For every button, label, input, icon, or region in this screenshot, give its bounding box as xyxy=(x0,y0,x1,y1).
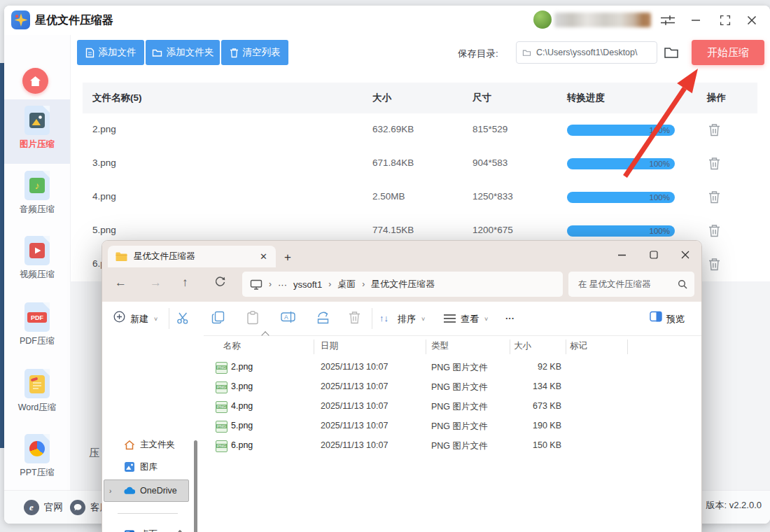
sidebar-item-video-compress[interactable]: 视频压缩 xyxy=(4,230,70,294)
breadcrumb-user[interactable]: yssoft1 xyxy=(293,279,322,290)
settings-sliders-icon[interactable] xyxy=(659,14,676,27)
explorer-maximize-button[interactable] xyxy=(644,248,664,262)
delete-row-icon[interactable] xyxy=(708,224,720,240)
view-button[interactable]: 查看 xyxy=(461,313,479,326)
official-site-link[interactable]: e 官网 xyxy=(24,499,63,516)
copy-icon[interactable] xyxy=(211,311,225,327)
word-file-icon xyxy=(24,369,50,398)
this-pc-icon xyxy=(250,279,262,290)
tab-close-icon[interactable]: ✕ xyxy=(260,251,267,262)
explorer-tab[interactable]: 星优文件压缩器 ✕ xyxy=(108,246,276,267)
new-button[interactable]: 新建 xyxy=(130,313,148,326)
breadcrumb-desktop[interactable]: 桌面 xyxy=(337,278,356,290)
audio-file-icon: ♪ xyxy=(24,171,50,200)
explorer-close-button[interactable] xyxy=(676,248,695,262)
progress-bar: 100% xyxy=(567,192,675,203)
col-size[interactable]: 大小 xyxy=(514,340,531,352)
chevron-right-icon: › xyxy=(269,279,272,289)
table-row: 2.png 632.69KB 815*529 100% xyxy=(83,113,757,148)
minimize-button[interactable] xyxy=(687,14,704,27)
folder-icon xyxy=(115,252,127,262)
svg-text:A: A xyxy=(284,314,288,321)
chevron-expand-icon[interactable]: › xyxy=(109,487,111,495)
cut-icon[interactable] xyxy=(176,311,190,328)
chevron-down-icon: ˅ xyxy=(421,316,425,323)
file-row[interactable]: 2.png 2025/11/13 10:07 PNG 图片文件 92 KB xyxy=(204,358,701,377)
add-file-button[interactable]: 添加文件 xyxy=(77,40,144,65)
close-button[interactable] xyxy=(743,14,760,27)
pin-icon xyxy=(175,529,183,532)
breadcrumb[interactable]: › ··· yssoft1 › 桌面 › 星优文件压缩器 xyxy=(242,272,563,297)
sort-button[interactable]: 排序 xyxy=(398,313,416,326)
delete-row-icon[interactable] xyxy=(708,258,720,274)
breadcrumb-folder[interactable]: 星优文件压缩器 xyxy=(371,278,435,290)
rename-icon[interactable]: A xyxy=(281,311,295,326)
delete-row-icon[interactable] xyxy=(708,157,720,173)
folder-icon xyxy=(152,48,162,57)
delete-row-icon[interactable] xyxy=(708,190,720,206)
nav-desktop[interactable]: 桌面 xyxy=(102,524,193,532)
explorer-titlebar: 星优文件压缩器 ✕ + ← → ↑ › ··· yssof xyxy=(102,241,701,302)
start-compress-button[interactable]: 开始压缩 xyxy=(692,40,764,65)
file-icon xyxy=(85,48,94,58)
table-header: 文件名称(5) 大小 尺寸 转换进度 操作 xyxy=(83,83,757,113)
new-item-icon[interactable] xyxy=(113,311,125,326)
search-icon xyxy=(678,279,687,289)
version-label: 版本: v2.2.0.0 xyxy=(706,499,762,512)
refresh-icon[interactable] xyxy=(214,276,226,290)
save-dir-label: 保存目录: xyxy=(458,48,498,60)
more-options-icon[interactable]: ··· xyxy=(505,313,514,323)
home-folder-icon xyxy=(123,439,135,451)
add-folder-button[interactable]: 添加文件夹 xyxy=(146,40,220,65)
maximize-button[interactable] xyxy=(717,14,734,27)
gallery-icon xyxy=(123,461,135,473)
back-icon[interactable]: ← xyxy=(115,276,127,290)
delete-icon[interactable] xyxy=(349,311,360,327)
col-ops: 操作 xyxy=(707,92,726,104)
forward-icon[interactable]: → xyxy=(150,276,162,290)
col-type[interactable]: 类型 xyxy=(431,340,449,352)
home-button[interactable] xyxy=(22,68,48,94)
preview-pane-icon[interactable] xyxy=(650,311,662,325)
file-row[interactable]: 4.png 2025/11/13 10:07 PNG 图片文件 673 KB xyxy=(204,397,701,416)
sidebar-item-image-compress[interactable]: 图片压缩 xyxy=(4,99,70,164)
file-row[interactable]: 6.png 2025/11/13 10:07 PNG 图片文件 150 KB xyxy=(204,436,701,456)
chevron-right-icon: › xyxy=(362,279,365,289)
table-row: 4.png 2.50MB 1250*833 100% xyxy=(83,181,757,215)
explorer-search-box[interactable]: 在 星优文件压缩器 xyxy=(568,272,694,297)
preview-button[interactable]: 预览 xyxy=(666,313,685,326)
hidden-panel-fragment: 压 xyxy=(89,447,99,460)
view-lines-icon xyxy=(444,314,456,326)
browse-folder-icon[interactable] xyxy=(664,46,679,62)
explorer-window: 星优文件压缩器 ✕ + ← → ↑ › ··· yssof xyxy=(102,240,702,532)
explorer-minimize-button[interactable] xyxy=(612,248,631,262)
user-avatar[interactable] xyxy=(533,10,552,29)
share-icon[interactable] xyxy=(316,311,330,327)
sidebar-item-audio-compress[interactable]: ♪ 音频压缩 xyxy=(4,164,70,229)
sidebar-item-ppt-compress[interactable]: PPT压缩 xyxy=(4,428,70,492)
nav-onedrive[interactable]: › OneDrive xyxy=(102,480,193,501)
list-header: 名称 日期 类型 大小 标记 xyxy=(204,337,701,356)
sidebar-item-word-compress[interactable]: Word压缩 xyxy=(4,363,70,427)
delete-row-icon[interactable] xyxy=(708,123,720,139)
new-tab-button[interactable]: + xyxy=(284,251,291,265)
progress-bar: 100% xyxy=(567,158,675,169)
png-file-icon xyxy=(216,440,227,452)
col-tags[interactable]: 标记 xyxy=(570,340,587,352)
col-name[interactable]: 名称 xyxy=(223,340,241,352)
desktop-icon xyxy=(123,528,135,532)
nav-home[interactable]: 主文件夹 xyxy=(102,434,193,455)
sidebar-scrollbar[interactable] xyxy=(194,440,197,532)
paste-icon[interactable] xyxy=(246,311,259,328)
nav-gallery[interactable]: 图库 xyxy=(102,456,193,477)
up-icon[interactable]: ↑ xyxy=(182,276,188,290)
sort-arrows-icon: ↑↓ xyxy=(379,313,388,323)
col-date[interactable]: 日期 xyxy=(321,340,338,352)
breadcrumb-ellipsis[interactable]: ··· xyxy=(278,279,287,290)
file-row[interactable]: 3.png 2025/11/13 10:07 PNG 图片文件 134 KB xyxy=(204,377,701,397)
clear-list-button[interactable]: 清空列表 xyxy=(221,40,288,65)
file-row[interactable]: 5.png 2025/11/13 10:07 PNG 图片文件 190 KB xyxy=(204,416,701,436)
explorer-tab-title: 星优文件压缩器 xyxy=(134,251,195,262)
save-dir-input[interactable] xyxy=(535,47,657,58)
sidebar-item-pdf-compress[interactable]: PDF PDF压缩 xyxy=(4,296,70,360)
